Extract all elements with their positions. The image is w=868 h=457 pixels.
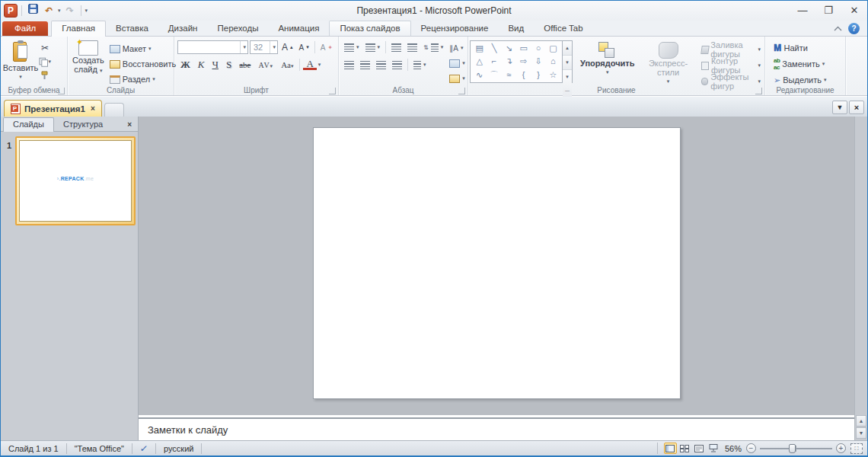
tab-review[interactable]: Рецензирование (411, 21, 499, 36)
italic-button[interactable]: К (195, 59, 208, 71)
redo-button[interactable]: ↷ (63, 4, 77, 18)
shape-outline-button[interactable]: Контур фигуры▾ (699, 59, 763, 72)
powerpoint-app-icon[interactable]: P (4, 4, 18, 18)
undo-button[interactable]: ↶ (42, 4, 56, 18)
tab-insert[interactable]: Вставка (106, 21, 158, 36)
right-brace-shape-icon[interactable]: } (537, 69, 540, 81)
quick-styles-button[interactable]: Экспресс-стили ▾ (643, 40, 694, 88)
find-button[interactable]: 𝐌 Найти (771, 41, 844, 55)
elbow-connector-icon[interactable]: ⌐ (492, 55, 496, 68)
star-shape-icon[interactable]: ☆ (549, 69, 557, 81)
fit-slide-to-window-button[interactable]: ⛶ (850, 443, 863, 454)
vertical-scrollbar[interactable]: ▲ ▼ (854, 117, 867, 440)
numbering-button[interactable]: ▾ (363, 40, 383, 54)
zoom-level[interactable]: 56% (725, 444, 742, 453)
spellcheck-status[interactable]: ✓ (132, 443, 156, 454)
reset-button[interactable]: Восстановить (107, 57, 178, 71)
previous-slide-button[interactable]: ▲ (856, 415, 866, 427)
clear-formatting-button[interactable]: A✦ (318, 40, 335, 54)
slide-sorter-view-button[interactable] (678, 443, 691, 454)
rectangle-shape-icon[interactable]: ▭ (519, 42, 527, 55)
notes-pane[interactable]: Заметки к слайду (139, 417, 854, 440)
dialog-launcher[interactable] (329, 88, 336, 94)
tab-design[interactable]: Дизайн (158, 21, 208, 36)
rounded-rect-shape-icon[interactable]: ▢ (549, 42, 557, 55)
down-arrow-shape-icon[interactable]: ⇩ (535, 55, 541, 68)
textbox-shape-icon[interactable]: ▤ (475, 42, 483, 55)
next-slide-button[interactable]: ▼ (856, 427, 866, 439)
decrease-indent-button[interactable] (389, 40, 404, 54)
increase-indent-button[interactable] (405, 40, 420, 54)
minimize-ribbon-icon[interactable] (834, 26, 842, 31)
elbow-arrow-icon[interactable]: ↴ (506, 55, 512, 68)
arc-shape-icon[interactable]: ⌒ (490, 69, 498, 81)
new-slide-button[interactable]: ✦ Создать слайд ▾ (69, 39, 107, 86)
replace-button[interactable]: abac Заменить▾ (771, 57, 844, 71)
copy-button[interactable]: ▾ (39, 56, 51, 68)
customize-qat-button[interactable]: ▾ (85, 8, 88, 14)
shapes-scroll-up[interactable]: ▲ (563, 41, 572, 56)
dialog-launcher[interactable] (458, 88, 465, 94)
cut-button[interactable]: ✂ (39, 42, 51, 54)
help-icon[interactable]: ? (848, 23, 860, 34)
align-text-button[interactable]: ▾ (447, 56, 468, 70)
maximize-button[interactable]: ❐ (815, 2, 841, 19)
character-spacing-button[interactable]: AV▾ (255, 61, 276, 69)
text-shadow-button[interactable]: S (223, 59, 235, 71)
arrow-shape-icon[interactable]: ↘ (506, 42, 512, 55)
save-button[interactable] (26, 4, 40, 18)
tab-slides-thumbnails[interactable]: Слайды (3, 117, 54, 132)
language-indicator[interactable]: русский (156, 443, 202, 454)
zoom-slider-track[interactable] (760, 448, 832, 449)
align-left-button[interactable] (342, 58, 356, 72)
paste-button[interactable]: Вставить ▾ (2, 39, 39, 86)
theme-name[interactable]: "Тема Office" (67, 443, 132, 454)
document-tab-active[interactable]: Презентация1 × (4, 100, 102, 117)
line-shape-icon[interactable]: ╲ (492, 42, 497, 55)
right-arrow-shape-icon[interactable]: ⇨ (520, 55, 527, 68)
reading-view-button[interactable] (693, 443, 706, 454)
slide-1-thumbnail[interactable]: REPACK (19, 140, 132, 222)
close-button[interactable]: ✕ (841, 2, 867, 19)
align-center-button[interactable] (358, 58, 372, 72)
slideshow-view-button[interactable] (707, 443, 720, 454)
tab-transitions[interactable]: Переходы (207, 21, 268, 36)
bullets-button[interactable]: ▾ (342, 40, 362, 54)
zoom-in-button[interactable]: + (836, 443, 846, 453)
tab-view[interactable]: Вид (498, 21, 534, 36)
shapes-gallery[interactable]: ▤ ╲ ↘ ▭ ○ ▢ △ ⌐ ↴ ⇨ ⇩ ⌂ ∿ ⌒ ≈ { } (470, 40, 563, 83)
underline-button[interactable]: Ч (209, 59, 222, 71)
zoom-out-button[interactable]: − (746, 443, 756, 453)
tab-slideshow[interactable]: Показ слайдов (329, 21, 410, 36)
smartart-button[interactable]: ▾ (447, 72, 468, 85)
tab-office-tab[interactable]: Office Tab (534, 21, 592, 36)
new-document-tab-button[interactable] (104, 103, 124, 117)
dialog-launcher[interactable] (755, 88, 762, 94)
normal-view-button[interactable] (664, 443, 677, 454)
font-size-combo[interactable]: 32▾ (250, 40, 278, 54)
grow-font-button[interactable]: A▴ (279, 40, 295, 54)
font-color-dropdown[interactable]: ▾ (318, 62, 321, 68)
section-button[interactable]: Раздел▾ (107, 72, 178, 86)
select-button[interactable]: ➢ Выделить▾ (771, 73, 844, 87)
font-color-button[interactable]: А (303, 59, 316, 70)
left-brace-shape-icon[interactable]: { (522, 69, 525, 81)
undo-dropdown-arrow[interactable]: ▾ (58, 8, 61, 14)
dialog-launcher[interactable] (58, 88, 65, 94)
tab-list-dropdown-button[interactable]: ▼ (832, 101, 847, 114)
close-document-button[interactable]: × (849, 101, 864, 114)
line-spacing-button[interactable]: ⇅▾ (421, 40, 445, 54)
font-name-combo[interactable]: ▾ (177, 40, 248, 54)
zoom-slider-thumb[interactable] (789, 444, 796, 453)
format-painter-button[interactable] (39, 69, 51, 81)
strikethrough-button[interactable]: abe (236, 60, 254, 69)
tab-file[interactable]: Файл (2, 21, 48, 36)
tab-outline[interactable]: Структура (54, 118, 112, 131)
scribble-shape-icon[interactable]: ∿ (476, 69, 483, 81)
oval-shape-icon[interactable]: ○ (536, 42, 541, 55)
layout-button[interactable]: Макет▾ (107, 42, 178, 56)
align-right-button[interactable] (374, 58, 388, 72)
close-pane-icon[interactable]: × (121, 120, 138, 131)
shrink-font-button[interactable]: A▾ (296, 40, 311, 54)
curve-shape-icon[interactable]: ≈ (506, 69, 511, 81)
